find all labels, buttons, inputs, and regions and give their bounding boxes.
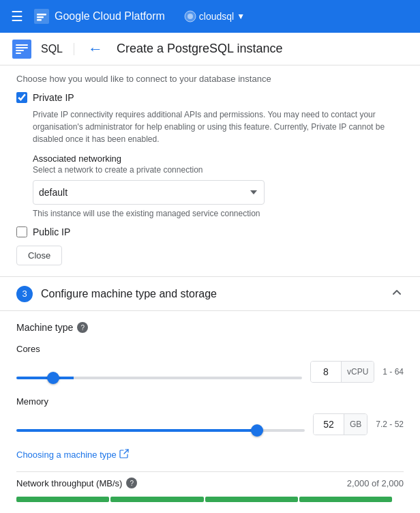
- connectivity-section: Choose how you would like to connect to …: [0, 65, 420, 277]
- associated-networking-label: Associated networking: [33, 153, 404, 164]
- svg-rect-1: [37, 14, 46, 16]
- private-ip-description: Private IP connectivity requires additio…: [33, 108, 404, 145]
- machine-type-link-row: Choosing a machine type: [16, 449, 404, 460]
- network-dropdown-wrapper: default: [33, 180, 404, 205]
- progress-segment-4: [299, 497, 392, 502]
- network-dropdown[interactable]: default: [33, 180, 265, 205]
- connectivity-header: Choose how you would like to connect to …: [16, 74, 404, 84]
- cores-value-box: vCPU: [310, 361, 374, 383]
- main-content: Choose how you would like to connect to …: [0, 65, 420, 513]
- page-title: Create a PostgreSQL instance: [117, 42, 282, 56]
- machine-type-help-icon[interactable]: ?: [77, 322, 88, 333]
- private-ip-checkbox[interactable]: [16, 92, 27, 103]
- hamburger-menu-icon[interactable]: ☰: [11, 8, 23, 25]
- cores-slider-row: vCPU 1 - 64: [16, 361, 404, 383]
- external-link-icon: [119, 449, 129, 460]
- machine-type-label-row: Machine type ?: [16, 322, 404, 333]
- cores-section: Cores vCPU 1 - 64: [16, 344, 404, 383]
- network-progress-bar: [16, 497, 404, 502]
- public-ip-row: Public IP: [16, 226, 404, 237]
- svg-rect-2: [37, 16, 44, 18]
- progress-segment-2: [110, 497, 203, 502]
- network-throughput-value: 2,000 of 2,000: [347, 478, 404, 488]
- section-3-number: 3: [16, 286, 33, 302]
- project-icon: [184, 10, 196, 23]
- close-button[interactable]: Close: [16, 246, 62, 265]
- divider: [16, 471, 404, 472]
- network-label-row: Network throughput (MB/s) ?: [16, 478, 137, 488]
- progress-segment-1: [16, 497, 109, 502]
- public-ip-label[interactable]: Public IP: [33, 226, 70, 237]
- memory-unit: GB: [344, 414, 367, 435]
- sql-label: SQL: [41, 43, 74, 55]
- network-throughput-label: Network throughput (MB/s): [16, 478, 122, 488]
- close-button-wrapper: Close: [16, 246, 404, 276]
- memory-value-input[interactable]: [314, 414, 344, 435]
- private-ip-label[interactable]: Private IP: [33, 92, 74, 103]
- cores-slider[interactable]: [16, 377, 302, 379]
- private-ip-row: Private IP: [16, 92, 404, 103]
- chevron-up-icon: [390, 285, 404, 302]
- cores-label: Cores: [16, 344, 404, 354]
- top-navigation: ☰ Google Cloud Platform cloudsql ▼: [0, 0, 420, 33]
- cores-slider-track: [16, 370, 302, 373]
- memory-range-label: 7.2 - 52: [376, 420, 404, 429]
- machine-type-label: Machine type: [16, 322, 73, 333]
- svg-rect-10: [16, 53, 21, 54]
- cores-range-label: 1 - 64: [382, 367, 404, 377]
- memory-value-box: GB: [313, 413, 368, 435]
- sql-icon: [12, 40, 31, 59]
- network-help-icon[interactable]: ?: [126, 478, 137, 488]
- svg-rect-6: [12, 40, 31, 59]
- section-3-title: Configure machine type and storage: [41, 288, 390, 300]
- cores-unit: vCPU: [341, 362, 374, 382]
- section-3-body: Machine type ? Cores vCPU 1 - 64: [0, 311, 420, 513]
- cores-value-input[interactable]: [311, 362, 341, 382]
- svg-rect-7: [16, 44, 28, 46]
- managed-service-note: This instance will use the existing mana…: [33, 209, 404, 218]
- sub-navigation: SQL ← Create a PostgreSQL instance: [0, 33, 420, 65]
- progress-segment-3: [205, 497, 298, 502]
- memory-slider-row: GB 7.2 - 52: [16, 413, 404, 435]
- public-ip-checkbox[interactable]: [16, 226, 27, 237]
- associated-networking-sublabel: Select a network to create a private con…: [33, 165, 404, 175]
- sql-service-icon: [11, 38, 33, 60]
- gcp-logo-icon: [34, 9, 49, 24]
- svg-rect-8: [16, 47, 28, 48]
- back-button[interactable]: ←: [82, 40, 108, 58]
- choosing-machine-type-link[interactable]: Choosing a machine type: [16, 450, 117, 460]
- section-3: 3 Configure machine type and storage Mac…: [0, 277, 420, 513]
- memory-slider-track: [16, 423, 305, 426]
- memory-label: Memory: [16, 396, 404, 407]
- network-throughput-row: Network throughput (MB/s) ? 2,000 of 2,0…: [16, 478, 404, 488]
- svg-rect-3: [37, 19, 42, 21]
- svg-point-5: [188, 14, 193, 19]
- memory-section: Memory GB 7.2 - 52: [16, 396, 404, 435]
- memory-slider[interactable]: [16, 429, 305, 432]
- project-selector[interactable]: cloudsql ▼: [184, 10, 245, 23]
- app-title: Google Cloud Platform: [34, 9, 165, 24]
- svg-rect-9: [16, 50, 24, 51]
- section-3-header[interactable]: 3 Configure machine type and storage: [0, 277, 420, 311]
